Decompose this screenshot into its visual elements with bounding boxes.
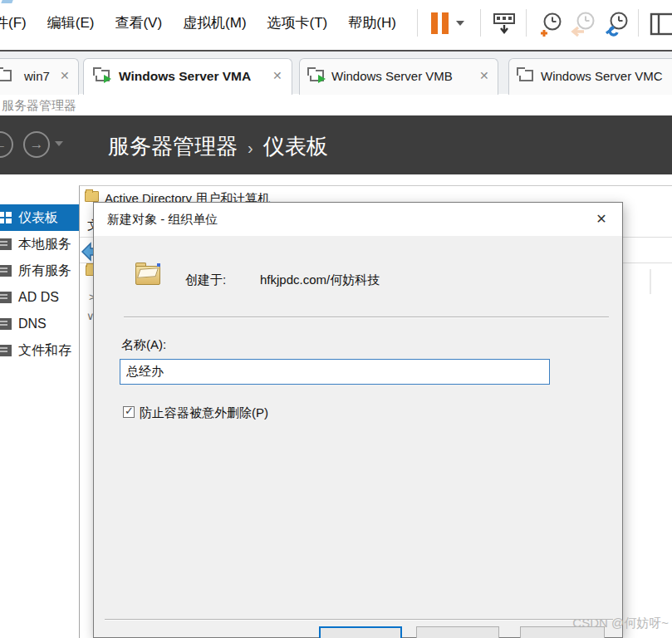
menu-help[interactable]: 帮助(H) [348,13,396,32]
dialog-separator [124,317,609,317]
dashboard-icon [0,212,12,223]
sidebar-item-label: 所有服务 [18,258,71,284]
ok-button[interactable] [319,626,402,638]
pause-vm-icon[interactable] [431,12,438,34]
dialog-title: 新建对象 - 组织单位 [107,203,218,236]
menu-bar: 文件(F) 编辑(E) 查看(V) 虚拟机(M) 选项卡(T) 帮助(H) [0,13,396,32]
vmware-logo-fragment [1,0,12,3]
file-storage-icon [0,345,12,356]
server-icon [0,238,12,250]
sidebar-item-label: 文件和存 [18,337,71,364]
tab-close-icon[interactable]: ✕ [479,69,489,82]
vmware-workstation-window: 文件(F) 编辑(E) 查看(V) 虚拟机(M) 选项卡(T) 帮助(H) [0,0,672,638]
sidebar-item-dns[interactable]: DNS [0,311,79,337]
server-manager-window-title-fragment: 服务器管理器 [2,98,76,114]
send-ctrl-alt-del-icon[interactable] [492,11,518,37]
dns-icon [0,318,12,330]
tab-close-icon[interactable]: ✕ [60,69,70,82]
breadcrumb-root[interactable]: 服务器管理器 [108,134,238,159]
dialog-close-icon[interactable]: ✕ [587,203,616,236]
ad-column-divider [650,269,651,294]
tab-windows-server-vma[interactable]: Windows Server VMA ✕ [83,58,292,95]
breadcrumb: 服务器管理器›仪表板 [108,132,328,161]
tab-label: win7 [24,69,50,83]
sidebar-item-label: DNS [18,311,47,337]
take-snapshot-icon[interactable] [538,11,565,37]
toolbar-separator [417,9,418,37]
checkbox-check-icon: ✓ [125,405,134,417]
sidebar-item-all-servers[interactable]: 所有服务 [0,258,79,284]
forward-button[interactable]: → [23,131,50,158]
dialog-titlebar: 新建对象 - 组织单位 ✕ [94,203,622,236]
menu-vm[interactable]: 虚拟机(M) [183,13,246,32]
tab-label: Windows Server VMB [331,69,453,83]
server-manager-sidebar: 仪表板 本地服务 所有服务 AD DS DNS 文件和存 [0,185,79,638]
ad-window-icon [85,191,99,202]
server-manager-banner: ← → 服务器管理器›仪表板 [0,115,672,174]
sidebar-item-dashboard[interactable]: 仪表板 [0,204,79,231]
vm-running-icon [310,70,324,81]
sidebar-item-label: AD DS [18,284,59,311]
power-options-dropdown-icon[interactable] [456,21,464,26]
watermark: CSDN @何妨呀~ [572,616,669,631]
menu-edit[interactable]: 编辑(E) [47,13,95,32]
back-button[interactable]: ← [0,131,13,158]
menu-file[interactable]: 文件(F) [0,13,27,32]
toolbar-separator [638,9,639,37]
menu-tabs[interactable]: 选项卡(T) [267,13,328,32]
vm-icon [519,70,533,81]
vm-running-icon [96,70,110,81]
created-in-value: hfkjpdc.com/何妨科技 [260,272,380,288]
organizational-unit-icon [135,261,162,286]
snapshot-manager-icon[interactable] [604,11,630,37]
cancel-button[interactable] [416,626,499,638]
sidebar-item-label: 本地服务 [18,231,71,258]
vm-icon [0,70,12,81]
pause-vm-icon[interactable] [442,12,449,34]
toolbar-separator [480,9,481,37]
menu-view[interactable]: 查看(V) [115,13,162,32]
dialog-footer-separator [105,619,613,620]
toolbar-separator [526,9,527,37]
protect-deletion-checkbox[interactable]: ✓ [123,406,135,418]
name-field-label: 名称(A): [121,337,166,353]
tab-label: Windows Server VMC [541,69,663,83]
servers-icon [0,265,12,277]
revert-snapshot-icon [571,11,597,37]
vm-tab-strip: win7 ✕ Windows Server VMA ✕ Windows Serv… [0,52,672,94]
tab-win7[interactable]: win7 ✕ [0,58,79,95]
sidebar-item-local-server[interactable]: 本地服务 [0,231,79,258]
new-ou-dialog: 新建对象 - 组织单位 ✕ 创建于: hfkjpdc.com/何妨科技 名称(A… [93,202,623,638]
name-input[interactable] [120,359,550,385]
tab-windows-server-vmb[interactable]: Windows Server VMB ✕ [299,58,498,95]
tab-windows-server-vmc[interactable]: Windows Server VMC [508,58,672,95]
nav-history-dropdown-icon[interactable] [55,141,63,146]
protect-deletion-label: 防止容器被意外删除(P) [140,405,268,421]
sidebar-item-file-storage[interactable]: 文件和存 [0,337,79,364]
sidebar-item-label: 仪表板 [18,204,58,231]
breadcrumb-current: 仪表板 [263,134,328,159]
show-library-panel-icon[interactable] [650,12,672,36]
sidebar-item-ad-ds[interactable]: AD DS [0,284,79,311]
breadcrumb-separator: › [238,139,263,157]
ad-ds-icon [0,292,12,303]
tab-close-icon[interactable]: ✕ [272,69,282,82]
tab-label: Windows Server VMA [119,69,251,84]
created-in-label: 创建于: [185,272,226,288]
